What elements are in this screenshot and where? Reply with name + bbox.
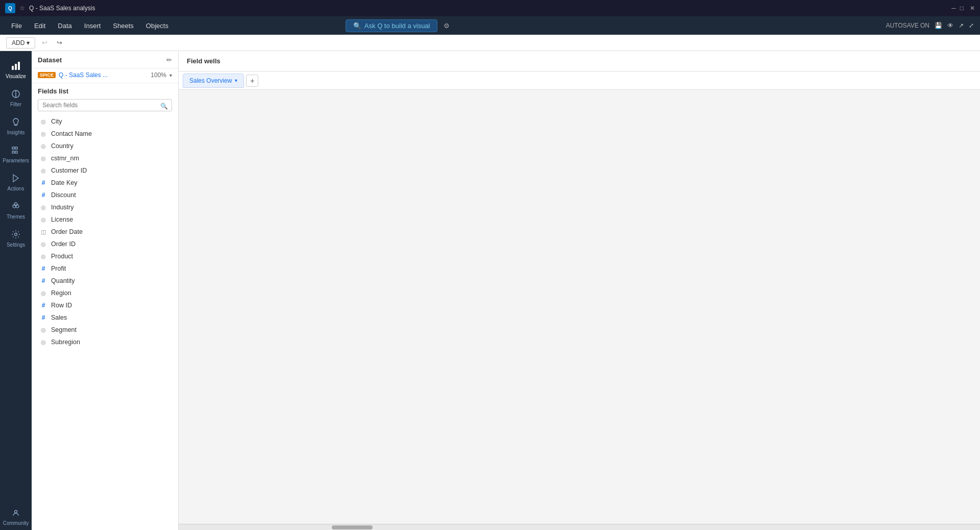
field-type-icon: ◫ <box>40 228 47 235</box>
field-item[interactable]: ◎Order ID <box>32 238 178 250</box>
field-item[interactable]: ◎Customer ID <box>32 164 178 177</box>
field-type-icon: # <box>40 302 47 309</box>
dataset-chevron-icon[interactable]: ▾ <box>169 73 172 78</box>
field-item[interactable]: ◎Country <box>32 140 178 152</box>
dataset-title: Dataset <box>38 56 62 64</box>
preview-icon[interactable]: 👁 <box>947 22 953 29</box>
redo-button[interactable]: ↪ <box>54 37 65 48</box>
autosave-label: AUTOSAVE ON <box>886 22 929 29</box>
actions-label: Actions <box>8 186 24 191</box>
toolbar: ADD ▾ ↩ ↪ <box>0 35 980 51</box>
field-type-icon: # <box>40 265 47 272</box>
insights-label: Insights <box>7 130 24 135</box>
scroll-thumb[interactable] <box>332 525 373 529</box>
dataset-header: Dataset ✏ <box>32 51 178 68</box>
community-icon <box>10 507 21 518</box>
field-name: City <box>51 118 62 125</box>
sidebar-item-parameters[interactable]: Parameters <box>0 139 32 167</box>
app-logo: Q <box>5 3 15 13</box>
scrollbar-area[interactable] <box>179 524 980 530</box>
field-item[interactable]: #Profit <box>32 262 178 275</box>
field-item[interactable]: #Sales <box>32 311 178 324</box>
field-type-icon: ◎ <box>40 118 47 125</box>
visualize-icon <box>10 60 21 71</box>
field-type-icon: ◎ <box>40 204 47 211</box>
field-item[interactable]: #Quantity <box>32 275 178 287</box>
field-type-icon: ◎ <box>40 326 47 333</box>
sidebar-item-community[interactable]: Community <box>0 502 32 530</box>
field-item[interactable]: #Discount <box>32 189 178 201</box>
field-item[interactable]: ◎Product <box>32 250 178 262</box>
ask-q-bar: 🔍 Ask Q to build a visual ⚙ <box>346 19 452 32</box>
sidebar-item-themes[interactable]: Themes <box>0 196 32 224</box>
field-name: Industry <box>51 204 74 211</box>
menu-objects[interactable]: Objects <box>141 20 174 32</box>
svg-rect-6 <box>12 147 14 149</box>
dataset-name: Q - SaaS Sales ... <box>59 71 148 79</box>
star-icon[interactable]: ☆ <box>19 5 25 12</box>
sidebar-item-insights[interactable]: Insights <box>0 111 32 139</box>
field-type-icon: # <box>40 314 47 321</box>
field-type-icon: ◎ <box>40 253 47 260</box>
field-item[interactable]: ◎Contact Name <box>32 128 178 140</box>
field-type-icon: ◎ <box>40 216 47 223</box>
window-controls: ─ □ ✕ <box>951 5 975 12</box>
maximize-button[interactable]: □ <box>960 5 964 12</box>
field-name: Row ID <box>51 302 72 309</box>
sidebar-item-actions[interactable]: Actions <box>0 167 32 196</box>
field-type-icon: ◎ <box>40 290 47 297</box>
save-icon[interactable]: 💾 <box>935 22 942 29</box>
title-bar: Q ☆ Q - SaaS Sales analysis ─ □ ✕ <box>0 0 980 16</box>
menu-file[interactable]: File <box>6 20 27 32</box>
menu-sheets[interactable]: Sheets <box>108 20 138 32</box>
spice-badge: SPICE <box>38 72 56 78</box>
filter-icon <box>10 88 21 100</box>
field-item[interactable]: ◎City <box>32 115 178 128</box>
fields-list-title: Fields list <box>32 83 178 97</box>
field-name: Region <box>51 290 71 297</box>
svg-marker-10 <box>13 175 18 182</box>
add-button[interactable]: ADD ▾ <box>6 37 35 49</box>
expand-icon[interactable]: ⤢ <box>969 22 974 29</box>
fields-scroll: ◎City◎Contact Name◎Country◎cstmr_nm◎Cust… <box>32 115 178 530</box>
field-type-icon: # <box>40 191 47 199</box>
menu-edit[interactable]: Edit <box>29 20 51 32</box>
settings-gear-icon[interactable]: ⚙ <box>442 20 452 32</box>
field-item[interactable]: #Date Key <box>32 177 178 189</box>
menu-data[interactable]: Data <box>53 20 77 32</box>
share-icon[interactable]: ↗ <box>959 22 964 29</box>
sidebar-item-visualize[interactable]: Visualize <box>0 55 32 83</box>
parameters-icon <box>10 144 21 156</box>
undo-button[interactable]: ↩ <box>39 37 50 48</box>
sidebar-item-filter[interactable]: Filter <box>0 83 32 111</box>
menu-insert[interactable]: Insert <box>79 20 106 32</box>
field-type-icon: ◎ <box>40 339 47 346</box>
canvas-area[interactable] <box>179 90 980 524</box>
add-sheet-button[interactable]: + <box>246 75 258 87</box>
field-item[interactable]: ◎Region <box>32 287 178 299</box>
visualize-label: Visualize <box>6 74 26 79</box>
field-item[interactable]: ◎License <box>32 213 178 226</box>
edit-dataset-icon[interactable]: ✏ <box>166 56 172 64</box>
right-controls: AUTOSAVE ON 💾 👁 ↗ ⤢ <box>886 22 974 29</box>
field-item[interactable]: ◎Industry <box>32 201 178 213</box>
field-item[interactable]: ◎Subregion <box>32 336 178 348</box>
field-wells-title: Field wells <box>187 57 220 65</box>
field-item[interactable]: ◎cstmr_nm <box>32 152 178 164</box>
close-button[interactable]: ✕ <box>970 5 975 12</box>
field-item[interactable]: ◫Order Date <box>32 226 178 238</box>
minimize-button[interactable]: ─ <box>951 5 956 12</box>
actions-icon <box>10 173 21 184</box>
field-name: Contact Name <box>51 130 92 137</box>
field-item[interactable]: ◎Segment <box>32 324 178 336</box>
search-fields-input[interactable] <box>38 99 172 111</box>
field-name: Segment <box>51 326 77 333</box>
field-type-icon: ◎ <box>40 142 47 150</box>
community-label: Community <box>3 520 29 526</box>
ask-q-button[interactable]: 🔍 Ask Q to build a visual <box>346 19 438 32</box>
themes-label: Themes <box>7 214 25 220</box>
sidebar-item-settings[interactable]: Settings <box>0 224 32 252</box>
add-label: ADD <box>12 39 24 46</box>
field-item[interactable]: #Row ID <box>32 299 178 311</box>
sheet-tab-sales-overview[interactable]: Sales Overview ▾ <box>183 74 244 88</box>
